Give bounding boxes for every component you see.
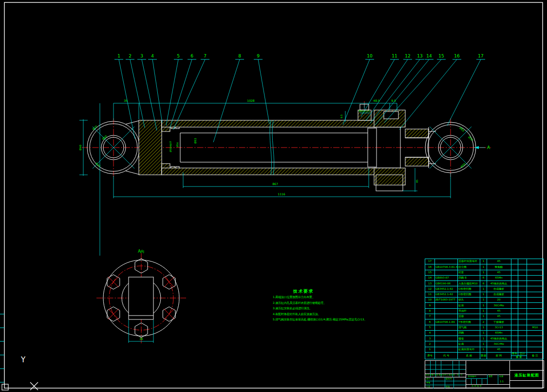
bom-cell-qty: 1: [480, 336, 487, 341]
balloon-leader: [173, 59, 205, 130]
ucs-icon: Y: [2, 355, 38, 390]
bom-cell-material: 合成橡胶: [487, 286, 511, 292]
bom-row: 15衬套145: [425, 270, 544, 275]
bom-cell-no: 6: [425, 319, 435, 325]
bom-row: 17活塞杆焊接耳环145: [425, 259, 544, 264]
bom-cell-total: [518, 325, 527, 330]
bom-cell-total: [518, 341, 527, 347]
ucs-y-label: Y: [20, 355, 26, 364]
bom-cell-code: GB893-87: [435, 275, 458, 280]
bom-cell-code: [435, 314, 458, 319]
bom-cell-material: 45: [487, 308, 511, 314]
bom-header-total: 总计: [518, 353, 527, 356]
bom-cell-no: 17: [425, 259, 435, 264]
bom-row: 5排气阀13Cr13M10: [425, 325, 544, 330]
bom-cell-code: JB/T1083-1977: [435, 298, 458, 303]
sheets-label: 共 张 第 张: [472, 385, 482, 387]
rod-head-section: [139, 120, 162, 175]
balloon-number: 15: [438, 54, 444, 58]
balloon-number: 14: [426, 54, 432, 58]
scale-value: 1:1: [500, 380, 504, 383]
dimension-label: Ø56: [176, 142, 179, 147]
bom-cell-remark: [527, 270, 543, 275]
bom-cell-qty: 1: [480, 325, 487, 330]
balloon-number: 6: [190, 54, 193, 58]
bom-header-code: 代 号: [435, 353, 458, 359]
bom-cell-single: [511, 286, 518, 292]
bom-cell-qty: 1: [480, 341, 487, 347]
balloon-leader: [166, 59, 178, 126]
balloon-leader: [152, 59, 162, 123]
bom-cell-no: 5: [425, 325, 435, 330]
dimension-label: Ø63: [459, 126, 465, 132]
bom-cell-name: 排气阀: [458, 325, 480, 330]
balloon-leader: [447, 59, 481, 126]
balloon-number: 8: [238, 54, 241, 58]
bom-cell-no: 12: [425, 286, 435, 292]
bom-cell-single: [511, 259, 518, 264]
bom-cell-remark: [527, 341, 543, 347]
bom-cell-remark: [527, 281, 543, 286]
bom-cell-code: GB10708.1-89: [435, 319, 458, 325]
dimension-label: 36: [139, 337, 143, 340]
tech-requirement-line: 2.液压缸内孔及活塞杆表面进行镀铬处理。: [273, 300, 385, 306]
bom-header-single: 单件: [511, 353, 518, 356]
drawing-title: 液压缸装配图: [509, 370, 544, 380]
tube-bottom-wall: [162, 168, 400, 175]
bom-cell-remark: [527, 286, 543, 292]
bom-cell-single: [511, 298, 518, 303]
bom-cell-material: 65Mn: [487, 330, 511, 336]
ucs-origin-box: [2, 384, 8, 390]
bom-cell-single: [511, 270, 518, 275]
bom-row: 10JB/T1083-1977铰头120: [425, 298, 544, 303]
bom-row: 12GB3452.1-82O形密封圈1合成橡胶: [425, 286, 544, 292]
bom-header-no: 序号: [425, 353, 435, 359]
bom-cell-material: 30CrMo: [487, 341, 511, 347]
bom-cell-total: [518, 314, 527, 319]
balloon-number: 10: [367, 54, 373, 58]
bom-cell-remark: [527, 308, 543, 314]
scale-label: 比例: [499, 375, 503, 377]
bom-cell-qty: 6: [480, 281, 487, 286]
bom-cell-no: 11: [425, 292, 435, 297]
bom-row: 7活塞145: [425, 314, 544, 319]
bom-cell-name: O形密封圈: [458, 286, 480, 292]
bom-cell-code: [435, 270, 458, 275]
bom-cell-material: 聚氨酯: [487, 264, 511, 270]
bom-cell-qty: 2: [480, 319, 487, 325]
bom-cell-name: 活塞: [458, 314, 480, 319]
bom-cell-single: [511, 330, 518, 336]
tube-top-wall: [162, 120, 400, 127]
bom-cell-name: 挡圈: [458, 330, 480, 336]
design-label: 设计: [426, 378, 430, 380]
bom-cell-name: 六角头螺栓M10: [458, 281, 480, 286]
bom-cell-material: 65Mn: [487, 275, 511, 280]
bom-cell-single: [511, 314, 518, 319]
bom-row: 13GB6190-86六角头螺栓M10645钢表面氧化: [425, 281, 544, 286]
bom-cell-single: [511, 336, 518, 341]
bom-cell-material: 45: [487, 270, 511, 275]
bom-header-material: 材 料: [487, 353, 511, 359]
balloon-leader: [170, 59, 192, 128]
balloon-number: 13: [417, 54, 422, 58]
bom-cell-qty: 1: [480, 298, 487, 303]
bom-cell-remark: [527, 347, 543, 352]
bom-cell-name: 衬套: [458, 270, 480, 275]
bom-row: 6GB10708.1-89Y形密封圈2丁腈橡胶: [425, 319, 544, 325]
tech-requirement-line: 4.装配时各密封件装入前应涂液压油。: [273, 312, 385, 317]
balloon-number: 9: [257, 54, 260, 58]
bom-cell-code: [435, 308, 458, 314]
bom-cell-no: 3: [425, 336, 435, 341]
dimension-label: 85: [415, 180, 418, 183]
bom-cell-qty: 1: [480, 330, 487, 336]
dimension-label: 48.5: [373, 99, 380, 102]
balloon-leader: [399, 59, 457, 130]
bom-cell-name: 挡圈 B: [458, 275, 480, 280]
bom-header-name: 名 称: [458, 353, 480, 359]
bom-cell-code: [435, 341, 458, 347]
bom-cell-qty: 1: [480, 347, 487, 352]
bom-cell-total: [518, 259, 527, 264]
bom-cell-total: [518, 303, 527, 308]
balloon-number: 11: [392, 54, 397, 58]
bom-cell-qty: 1: [480, 270, 487, 275]
